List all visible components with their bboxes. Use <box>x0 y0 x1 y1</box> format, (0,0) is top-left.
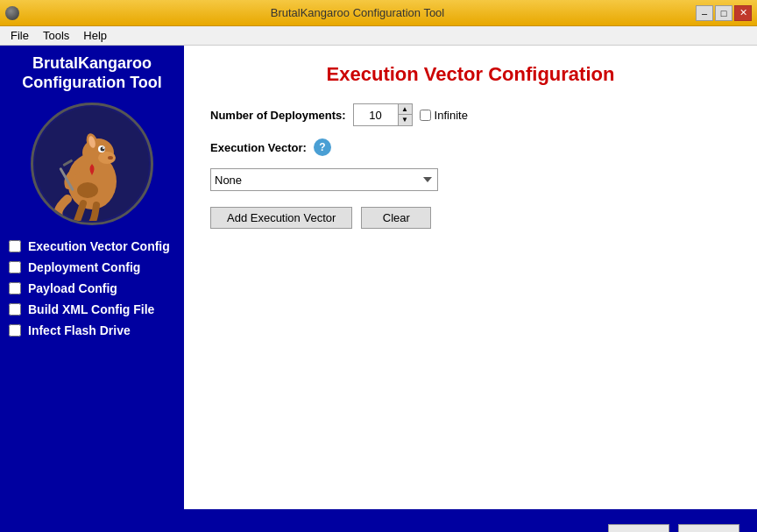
deployment-config-label: Deployment Config <box>28 260 140 274</box>
svg-point-9 <box>108 156 113 160</box>
payload-config-label: Payload Config <box>28 281 117 295</box>
title-bar-left <box>5 6 19 20</box>
sidebar-item-execution-vector-config[interactable]: Execution Vector Config <box>9 239 175 253</box>
execution-vector-config-checkbox[interactable] <box>9 240 21 252</box>
deployment-config-checkbox[interactable] <box>9 261 21 273</box>
close-button[interactable]: ✕ <box>734 5 752 21</box>
deployments-label: Number of Deployments: <box>210 109 346 122</box>
next-button[interactable]: Next <box>678 524 739 532</box>
menu-file[interactable]: File <box>4 27 36 44</box>
minimize-button[interactable]: – <box>696 5 713 21</box>
help-button[interactable]: ? <box>314 138 331 156</box>
payload-config-checkbox[interactable] <box>9 282 21 294</box>
main-layout: BrutalKangaroo Configuration Tool <box>0 46 757 509</box>
deployments-row: Number of Deployments: ▲ ▼ Infinite <box>210 103 731 126</box>
build-xml-config-checkbox[interactable] <box>9 303 21 316</box>
infinite-label[interactable]: Infinite <box>420 109 468 122</box>
content-spacer <box>210 229 731 492</box>
dropdown-row: None <box>210 168 731 191</box>
svg-point-12 <box>77 182 98 198</box>
title-bar: BrutalKangaroo Configuration Tool – □ ✕ <box>0 0 757 26</box>
deployments-spinner: ▲ ▼ <box>398 104 412 125</box>
app-icon <box>5 6 19 20</box>
back-button[interactable]: Back <box>608 524 669 532</box>
deployments-input-wrapper: ▲ ▼ <box>353 103 413 126</box>
button-row: Add Execution Vector Clear <box>210 207 731 229</box>
sidebar: BrutalKangaroo Configuration Tool <box>0 46 184 509</box>
infinite-text: Infinite <box>435 109 468 122</box>
sidebar-title: BrutalKangaroo Configuration Tool <box>13 54 171 92</box>
window-controls: – □ ✕ <box>696 5 752 21</box>
infect-flash-drive-checkbox[interactable] <box>9 324 21 337</box>
sidebar-item-deployment-config[interactable]: Deployment Config <box>9 260 175 274</box>
content-area: Execution Vector Configuration Number of… <box>184 46 757 509</box>
bottom-bar: Back Next <box>0 509 757 532</box>
execution-vector-row: Execution Vector: ? <box>210 138 731 156</box>
clear-button[interactable]: Clear <box>361 207 431 229</box>
infect-flash-drive-label: Infect Flash Drive <box>28 323 131 337</box>
window-title: BrutalKangaroo Configuration Tool <box>19 6 696 19</box>
menu-tools[interactable]: Tools <box>36 27 76 44</box>
sidebar-nav: Execution Vector Config Deployment Confi… <box>0 239 184 337</box>
deployments-down-button[interactable]: ▼ <box>398 115 412 125</box>
execution-vector-dropdown[interactable]: None <box>210 168 438 191</box>
add-execution-vector-button[interactable]: Add Execution Vector <box>210 207 352 229</box>
build-xml-config-label: Build XML Config File <box>28 302 154 316</box>
svg-point-6 <box>103 147 104 149</box>
deployments-input[interactable] <box>354 104 398 125</box>
infinite-checkbox[interactable] <box>420 110 431 121</box>
content-title: Execution Vector Configuration <box>210 63 731 86</box>
deployments-up-button[interactable]: ▲ <box>398 104 412 115</box>
menu-bar: File Tools Help <box>0 26 757 46</box>
sidebar-item-build-xml-config-file[interactable]: Build XML Config File <box>9 302 175 316</box>
maximize-button[interactable]: □ <box>715 5 732 21</box>
sidebar-image <box>31 103 153 225</box>
kangaroo-illustration <box>35 107 149 221</box>
sidebar-item-payload-config[interactable]: Payload Config <box>9 281 175 295</box>
menu-help[interactable]: Help <box>76 27 114 44</box>
sidebar-item-infect-flash-drive[interactable]: Infect Flash Drive <box>9 323 175 337</box>
execution-vector-config-label: Execution Vector Config <box>28 239 170 253</box>
svg-point-5 <box>101 147 105 152</box>
execution-vector-label: Execution Vector: <box>210 141 307 154</box>
